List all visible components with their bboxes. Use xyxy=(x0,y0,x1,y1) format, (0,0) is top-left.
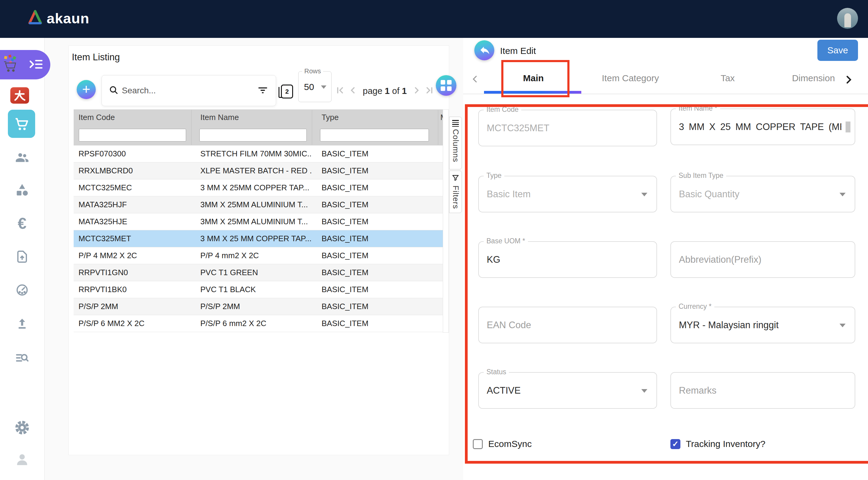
columns-tab-label: Columns xyxy=(451,129,460,162)
top-navigation-bar: akaun xyxy=(0,0,868,38)
back-button[interactable] xyxy=(474,40,494,60)
item-code-field: Item Code MCTC325MET xyxy=(478,110,657,147)
remarks-field[interactable]: Remarks xyxy=(671,372,855,409)
user-avatar[interactable] xyxy=(837,8,858,29)
table-row[interactable]: P/S/P 2MM P/S/P 2MM BASIC_ITEM xyxy=(74,298,443,315)
save-button[interactable]: Save xyxy=(817,40,858,61)
sidebar-item-timer[interactable] xyxy=(0,283,44,297)
sidebar-item-search-records[interactable] xyxy=(0,351,44,365)
cell-type: BASIC_ITEM xyxy=(312,251,438,260)
sidebar-item-finance[interactable]: € xyxy=(0,216,44,231)
chevron-down-icon xyxy=(641,193,647,196)
column-header-item-name[interactable]: Item Name xyxy=(191,113,312,122)
checkbox-checked-icon: ✓ xyxy=(671,439,680,449)
rows-per-page-select[interactable]: Rows 50 xyxy=(298,71,332,102)
tab-item-category[interactable]: Item Category xyxy=(602,73,659,83)
sidebar-item-pos-cart[interactable] xyxy=(8,110,35,138)
filters-tab[interactable]: Filters xyxy=(449,170,462,213)
add-item-button[interactable]: + xyxy=(77,80,96,99)
page-indicator: page 1 of 1 xyxy=(363,86,407,96)
red-app-logo-icon[interactable] xyxy=(10,87,29,104)
cell-type: BASIC_ITEM xyxy=(312,166,438,175)
table-row[interactable]: MATA325HJF 3MM X 25MM ALUMINIUM T... BAS… xyxy=(74,196,443,213)
sidebar-item-products[interactable] xyxy=(0,183,44,198)
cell-item-code: RPSF070300 xyxy=(74,149,191,159)
column-header-truncated[interactable]: M xyxy=(438,113,443,122)
grid-icon xyxy=(441,80,452,91)
plus-icon: + xyxy=(82,82,90,96)
tab-dimension[interactable]: Dimension xyxy=(792,73,835,83)
cell-type: BASIC_ITEM xyxy=(312,217,438,226)
columns-tab[interactable]: Columns xyxy=(449,117,462,169)
next-page-button[interactable] xyxy=(411,85,422,97)
applet-menu-pill[interactable] xyxy=(0,50,50,79)
tabs-scroll-left-icon[interactable] xyxy=(470,74,480,85)
filter-input-item-code[interactable] xyxy=(79,129,186,141)
akaun-triangle-icon xyxy=(28,9,42,27)
table-scrollbar[interactable] xyxy=(443,109,449,333)
brand-logo: akaun xyxy=(28,9,89,27)
table-row[interactable]: MCTC325MET 3 MM X 25 MM COPPER TAP... BA… xyxy=(74,230,443,247)
tabs-scroll-right-icon[interactable] xyxy=(843,74,854,86)
grid-view-button[interactable] xyxy=(436,75,457,96)
search-placeholder: Search... xyxy=(122,86,156,95)
table-row[interactable]: P/P 4 MM2 X 2C P/P 4 mm2 X 2C BASIC_ITEM xyxy=(74,247,443,264)
currency-field[interactable]: Currency * MYR - Malaysian ringgit xyxy=(671,307,855,343)
rows-value: 50 xyxy=(304,82,314,92)
table-row[interactable]: RRXLMBCRD0 XLPE MASTER BATCH - RED ... B… xyxy=(74,162,443,180)
status-field[interactable]: Status ACTIVE xyxy=(478,372,657,409)
table-row[interactable]: P/S/P 6 MM2 X 2C P/S/P 6 mm2 X 2C BASIC_… xyxy=(74,315,443,332)
sidebar-item-upload[interactable] xyxy=(0,317,44,330)
settings-gear-icon[interactable] xyxy=(0,420,44,435)
profile-person-icon[interactable] xyxy=(0,452,44,467)
table-row[interactable]: RRPVTI1BK0 PVC T1 BLACK BASIC_ITEM xyxy=(74,281,443,298)
colorful-cart-illustration xyxy=(2,54,22,75)
cell-item-name: P/S/P 2MM xyxy=(191,302,312,311)
prev-page-button[interactable] xyxy=(348,85,358,97)
ean-code-field[interactable]: EAN Code xyxy=(478,307,657,343)
item-listing-panel: Item Listing + Search... 2 Rows 50 xyxy=(68,45,449,455)
table-row[interactable]: RRPVTI1GN0 PVC T1 GREEN BASIC_ITEM xyxy=(74,264,443,281)
cell-item-code: RRXLMBCRD0 xyxy=(74,166,191,175)
filter-input-type[interactable] xyxy=(320,129,429,141)
cell-item-name: 3MM X 25MM ALUMINIUM T... xyxy=(191,217,312,226)
cell-item-code: MATA325HJF xyxy=(74,200,191,210)
first-page-button[interactable] xyxy=(334,85,345,97)
cell-item-name: PVC T1 BLACK xyxy=(191,285,312,294)
abbreviation-prefix-field[interactable]: Abbreviation(Prefix) xyxy=(671,241,855,278)
cell-item-code: MCTC325MEC xyxy=(74,183,191,192)
tab-main[interactable]: Main xyxy=(523,73,544,83)
active-tab-underline xyxy=(484,91,581,94)
panel-title: Item Edit xyxy=(500,46,536,56)
chevron-down-icon xyxy=(839,324,845,327)
table-row[interactable]: RPSF070300 STRETCH FILM 70MM 30MIC... BA… xyxy=(74,146,443,162)
columns-icon xyxy=(452,120,459,127)
cell-type: BASIC_ITEM xyxy=(312,302,438,311)
pagination: page 1 of 1 xyxy=(334,85,435,97)
cell-type: BASIC_ITEM xyxy=(312,183,438,192)
filter-list-icon[interactable] xyxy=(257,85,269,97)
cell-type: BASIC_ITEM xyxy=(312,149,438,159)
sidebar-item-contacts[interactable] xyxy=(0,150,44,165)
table-row[interactable]: MATA325HJE 3MM X 25MM ALUMINIUM T... BAS… xyxy=(74,213,443,230)
checkbox-row: EcomSync ✓ Tracking Inventory? xyxy=(463,439,868,451)
column-header-item-code[interactable]: Item Code xyxy=(74,113,191,122)
column-header-type[interactable]: Type xyxy=(312,113,438,122)
cell-type: BASIC_ITEM xyxy=(312,319,438,328)
cell-item-code: MCTC325MET xyxy=(74,234,191,243)
cell-type: BASIC_ITEM xyxy=(312,268,438,277)
item-name-field[interactable]: Item Name * 3 MM X 25 MM COPPER TAPE (ME… xyxy=(671,108,855,145)
base-uom-field[interactable]: Base UOM * KG xyxy=(478,241,657,278)
tracking-inventory-checkbox[interactable]: ✓ Tracking Inventory? xyxy=(671,439,765,449)
last-page-button[interactable] xyxy=(425,85,435,97)
search-input[interactable]: Search... xyxy=(101,75,276,106)
tab-tax[interactable]: Tax xyxy=(721,73,735,83)
column-divider xyxy=(438,110,438,145)
filter-input-item-name[interactable] xyxy=(199,129,307,141)
sidebar-item-file-import[interactable] xyxy=(0,249,44,264)
table-row[interactable]: MCTC325MEC 3 MM X 25MM COPPER TAP... BAS… xyxy=(74,180,443,196)
duplicate-page-icon[interactable]: 2 xyxy=(281,85,293,98)
ecomsync-checkbox[interactable]: EcomSync xyxy=(473,439,532,449)
table-filter-row xyxy=(74,125,443,146)
cell-item-code: RRPVTI1GN0 xyxy=(74,268,191,277)
